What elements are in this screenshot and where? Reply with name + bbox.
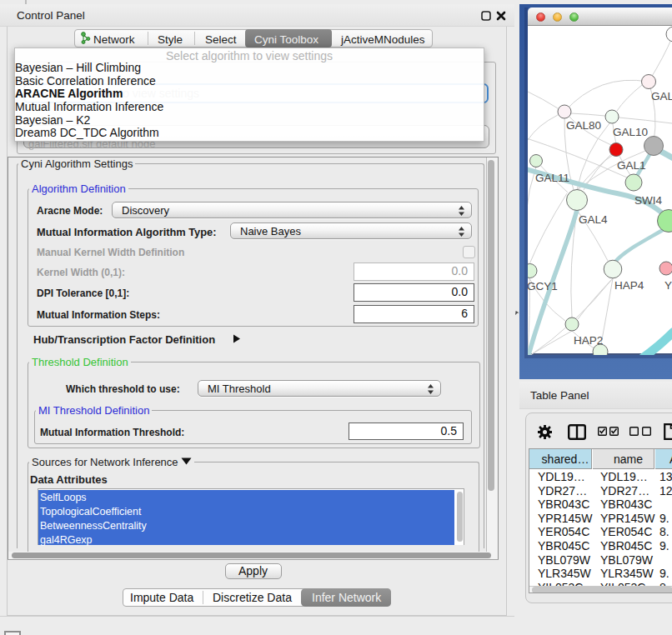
svg-text:GAL: GAL [651, 90, 672, 102]
svg-text:SWI4: SWI4 [634, 194, 662, 207]
svg-text:GAL80: GAL80 [566, 119, 601, 132]
svg-text:HAP2: HAP2 [574, 334, 603, 347]
svg-text:GCY1: GCY1 [528, 280, 558, 292]
svg-text:GAL10: GAL10 [613, 126, 648, 138]
svg-text:GAL1: GAL1 [617, 159, 646, 172]
svg-text:HAP4: HAP4 [614, 279, 644, 292]
svg-text:GAL11: GAL11 [535, 172, 569, 184]
svg-text:GAL4: GAL4 [579, 213, 608, 226]
svg-text:Y: Y [664, 279, 672, 292]
